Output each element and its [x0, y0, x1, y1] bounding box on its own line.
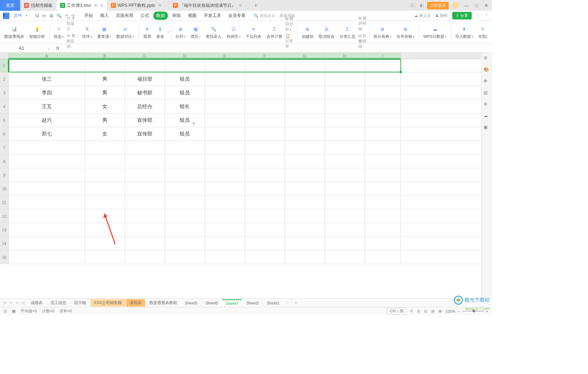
- sheet-nav-first[interactable]: |<: [2, 301, 8, 305]
- cell[interactable]: [245, 182, 285, 195]
- notif-badge[interactable]: 3♪: [409, 3, 417, 8]
- cell[interactable]: [9, 237, 85, 250]
- menu-layout[interactable]: 页面布局: [113, 12, 136, 20]
- sheet-nav-prev[interactable]: <: [9, 301, 14, 305]
- sheet-nav-next[interactable]: >: [14, 301, 19, 305]
- cell[interactable]: [165, 168, 205, 182]
- cell[interactable]: [325, 72, 365, 86]
- close-icon[interactable]: ✕: [100, 3, 103, 8]
- sheet-tab[interactable]: Sheet1: [263, 300, 283, 306]
- cell[interactable]: [165, 196, 205, 209]
- cell[interactable]: [325, 155, 365, 168]
- toolbox-icon[interactable]: ⚙: [484, 55, 490, 62]
- cell[interactable]: [125, 209, 165, 223]
- wps-cloud-button[interactable]: ☁WPS云数据▾: [421, 25, 449, 39]
- cell[interactable]: [245, 237, 285, 250]
- cell[interactable]: [85, 223, 125, 236]
- cell[interactable]: [285, 100, 325, 113]
- cell[interactable]: 郑七: [9, 127, 85, 141]
- row-header[interactable]: 2: [0, 72, 9, 86]
- cell[interactable]: [9, 168, 85, 182]
- menu-data[interactable]: 数据: [153, 12, 168, 20]
- cell[interactable]: [365, 155, 401, 168]
- fill-button[interactable]: ▦填充▾: [188, 25, 203, 39]
- cell[interactable]: [85, 250, 125, 264]
- cell[interactable]: [85, 209, 125, 223]
- col-header-D[interactable]: D: [165, 53, 205, 59]
- col-header-C[interactable]: C: [125, 53, 165, 59]
- tab-home[interactable]: 首页: [0, 0, 21, 11]
- cell[interactable]: [365, 72, 401, 86]
- cell[interactable]: [325, 237, 365, 250]
- cell[interactable]: [205, 196, 245, 209]
- cell[interactable]: [245, 59, 285, 72]
- cell[interactable]: [325, 250, 365, 264]
- cell[interactable]: [325, 223, 365, 236]
- cell[interactable]: [245, 72, 285, 86]
- smart-button[interactable]: 💡智能分析: [27, 25, 47, 39]
- row-header[interactable]: 4: [0, 100, 9, 113]
- cell[interactable]: [125, 182, 165, 195]
- subtotal-button[interactable]: Σ分类汇总: [337, 25, 358, 39]
- cell[interactable]: [125, 141, 165, 154]
- merge-button[interactable]: Σ合并计算: [264, 25, 284, 39]
- cell[interactable]: [165, 141, 205, 154]
- cell[interactable]: [205, 250, 245, 264]
- close-window-button[interactable]: ✕: [483, 3, 490, 8]
- row-header[interactable]: 14: [0, 237, 9, 250]
- cell[interactable]: [365, 223, 401, 236]
- menu-collapse-icon[interactable]: ⌃: [485, 13, 488, 18]
- cell[interactable]: [165, 59, 205, 72]
- cell[interactable]: [325, 196, 365, 209]
- cell[interactable]: [9, 141, 85, 154]
- sheet-tab[interactable]: 员工信息: [47, 299, 70, 307]
- cell[interactable]: [325, 86, 365, 99]
- cell[interactable]: 男: [85, 113, 125, 127]
- pin-icon[interactable]: ⟲: [158, 3, 161, 8]
- cell[interactable]: 女: [85, 127, 125, 141]
- cell[interactable]: [9, 155, 85, 168]
- close-icon[interactable]: ·: [245, 3, 246, 8]
- col-header-B[interactable]: B: [85, 53, 125, 59]
- row-header[interactable]: 1: [0, 59, 9, 72]
- cell[interactable]: 男: [85, 72, 125, 86]
- cell[interactable]: [165, 237, 205, 250]
- cell[interactable]: [325, 141, 365, 154]
- dropdown-button[interactable]: ▾下拉列表: [243, 25, 264, 39]
- cell[interactable]: [285, 141, 325, 154]
- cell[interactable]: 李四: [9, 86, 85, 99]
- file-menu[interactable]: 文件: [12, 13, 24, 19]
- cell[interactable]: [365, 127, 401, 141]
- tab-workbook[interactable]: S工作簿3.xlsx⟲✕: [57, 0, 107, 11]
- pivot-button[interactable]: 📊数据透视表: [2, 25, 26, 39]
- cell[interactable]: [205, 113, 245, 127]
- cell[interactable]: [285, 209, 325, 223]
- cell[interactable]: [85, 155, 125, 168]
- row-header[interactable]: 13: [0, 223, 9, 236]
- fx-dropdown-icon[interactable]: ⌄: [47, 46, 50, 51]
- cell[interactable]: [365, 182, 401, 195]
- cell[interactable]: [85, 182, 125, 195]
- split-button[interactable]: ⊞分列▾: [173, 25, 188, 39]
- col-header-E[interactable]: E: [205, 53, 245, 59]
- sort-button[interactable]: ⇅排序▾: [80, 25, 94, 39]
- cell[interactable]: [245, 155, 285, 168]
- cell[interactable]: [9, 223, 85, 236]
- cell[interactable]: [85, 196, 125, 209]
- cell[interactable]: [9, 182, 85, 195]
- cell[interactable]: [365, 86, 401, 99]
- spreadsheet-grid[interactable]: A B C D E F G H I 12张三男项目部组员3李四男秘书部组员4王五…: [0, 53, 481, 298]
- col-header-G[interactable]: G: [285, 53, 325, 59]
- filter-button[interactable]: ▽筛选▾: [51, 25, 66, 39]
- cell[interactable]: [125, 250, 165, 264]
- row-header[interactable]: 6: [0, 127, 9, 141]
- cell[interactable]: [365, 141, 401, 154]
- sheet-tab[interactable]: 成绩表: [27, 299, 46, 307]
- select-all-corner[interactable]: [0, 53, 9, 59]
- cell[interactable]: [205, 182, 245, 195]
- cell[interactable]: [365, 59, 401, 72]
- cell[interactable]: [285, 250, 325, 264]
- fx-button[interactable]: fx: [54, 46, 62, 51]
- compare-button[interactable]: ⇄数据对比▾: [114, 25, 136, 39]
- cell[interactable]: [285, 127, 325, 141]
